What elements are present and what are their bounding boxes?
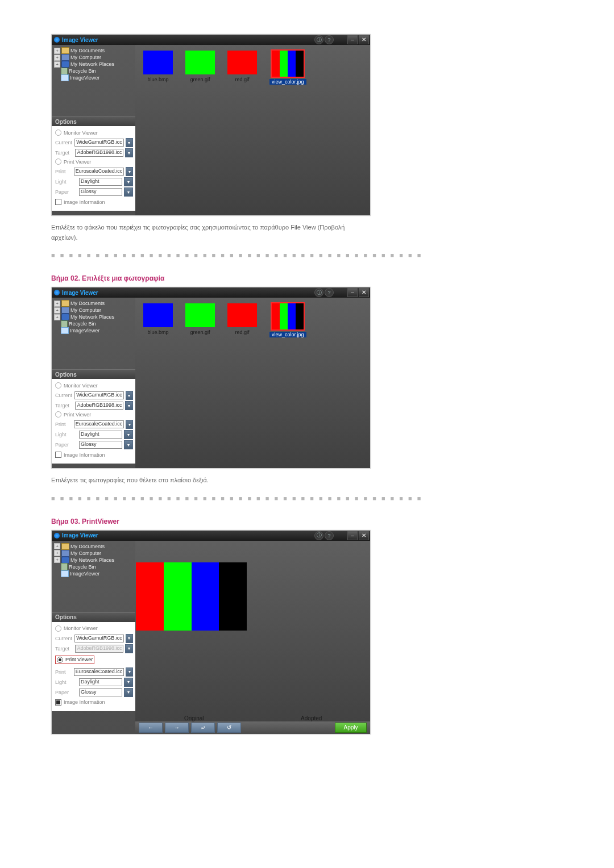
expander-icon[interactable]: + xyxy=(54,307,60,314)
tree-item-my-network-places[interactable]: My Network Places xyxy=(70,557,114,563)
checkbox-image-information[interactable] xyxy=(55,199,61,205)
thumb-blue[interactable]: blue.bmp xyxy=(143,303,173,337)
section-print-viewer: Print Viewer xyxy=(65,657,93,662)
chevron-down-icon[interactable]: ▾ xyxy=(125,401,133,410)
thumbnail-label: red.gif xyxy=(235,329,249,335)
next-button[interactable]: → xyxy=(165,723,189,733)
tree-item-recycle-bin[interactable]: Recycle Bin xyxy=(69,564,96,570)
chevron-down-icon[interactable]: ▾ xyxy=(126,391,133,400)
tree-item-my-network-places[interactable]: My Network Places xyxy=(70,314,114,320)
select-light[interactable]: Daylight xyxy=(79,678,122,686)
titlebar-info-icon[interactable]: ⓘ xyxy=(314,35,323,44)
radio-monitor-viewer[interactable] xyxy=(55,130,61,136)
app-icon xyxy=(54,290,60,295)
apply-button[interactable]: Apply xyxy=(335,723,367,733)
tree-item-image-viewer[interactable]: ImageViewer xyxy=(70,571,99,577)
bottom-toolbar: ← → ⤾ ↺ Apply xyxy=(135,721,370,734)
folder-tree[interactable]: +My Documents +My Computer +My Network P… xyxy=(52,298,135,369)
titlebar-help-icon[interactable]: ? xyxy=(325,35,334,44)
checkbox-image-information[interactable] xyxy=(55,452,61,458)
close-button[interactable]: ✕ xyxy=(359,35,369,44)
tree-item-my-computer[interactable]: My Computer xyxy=(70,307,101,313)
chevron-down-icon[interactable]: ▾ xyxy=(126,634,133,643)
expander-icon[interactable]: + xyxy=(54,550,60,556)
thumb-green[interactable]: green.gif xyxy=(185,303,215,337)
tree-item-recycle-bin[interactable]: Recycle Bin xyxy=(69,321,96,327)
thumb-green[interactable]: green.gif xyxy=(185,51,215,85)
tree-item-my-network-places[interactable]: My Network Places xyxy=(70,61,114,67)
tree-item-image-viewer[interactable]: ImageViewer xyxy=(70,75,99,81)
select-current[interactable]: WideGamutRGB.icc xyxy=(74,139,124,147)
close-button[interactable]: ✕ xyxy=(359,531,369,540)
thumb-blue[interactable]: blue.bmp xyxy=(143,51,173,85)
thumb-red[interactable]: red.gif xyxy=(227,51,257,85)
thumb-view-color[interactable]: view_color.jpg xyxy=(269,303,306,337)
select-paper[interactable]: Glossy xyxy=(79,688,122,696)
radio-print-viewer[interactable] xyxy=(55,158,61,165)
label-print: Print xyxy=(55,169,72,174)
label-target: Target xyxy=(55,150,73,156)
minimize-button[interactable]: – xyxy=(347,531,358,540)
chevron-down-icon[interactable]: ▾ xyxy=(126,167,133,176)
minimize-button[interactable]: – xyxy=(347,288,358,297)
chevron-down-icon[interactable]: ▾ xyxy=(124,678,133,687)
chevron-down-icon[interactable]: ▾ xyxy=(124,187,133,197)
titlebar-help-icon[interactable]: ? xyxy=(325,288,334,297)
radio-print-viewer[interactable] xyxy=(55,411,61,418)
radio-monitor-viewer[interactable] xyxy=(55,382,61,389)
tree-item-my-documents[interactable]: My Documents xyxy=(70,48,105,53)
expander-icon[interactable]: + xyxy=(54,48,60,54)
chevron-down-icon[interactable]: ▾ xyxy=(124,688,133,697)
select-light[interactable]: Daylight xyxy=(79,431,122,439)
tree-item-my-documents[interactable]: My Documents xyxy=(70,544,105,549)
titlebar[interactable]: Image Viewer ⓘ ? – ✕ xyxy=(52,35,370,45)
minimize-button[interactable]: – xyxy=(347,35,358,44)
prev-button[interactable]: ← xyxy=(139,723,163,733)
tree-item-my-computer[interactable]: My Computer xyxy=(70,55,101,60)
tree-item-recycle-bin[interactable]: Recycle Bin xyxy=(69,68,96,74)
close-button[interactable]: ✕ xyxy=(359,288,369,297)
titlebar-info-icon[interactable]: ⓘ xyxy=(314,531,323,540)
chevron-down-icon[interactable]: ▾ xyxy=(126,667,133,677)
tree-item-image-viewer[interactable]: ImageViewer xyxy=(70,328,99,333)
chevron-down-icon[interactable]: ▾ xyxy=(124,440,133,449)
tree-item-my-documents[interactable]: My Documents xyxy=(70,301,105,306)
thumb-view-color[interactable]: view_color.jpg xyxy=(269,51,306,85)
select-target[interactable]: AdobeRGB1998.icc xyxy=(75,402,123,410)
checkbox-image-information[interactable] xyxy=(55,699,61,706)
radio-print-viewer[interactable] xyxy=(57,657,63,663)
titlebar[interactable]: Image Viewer ⓘ ? – ✕ xyxy=(52,531,370,541)
select-paper[interactable]: Glossy xyxy=(79,441,122,449)
expander-icon[interactable]: + xyxy=(54,61,60,68)
expander-icon[interactable]: + xyxy=(54,543,60,549)
app-icon xyxy=(54,37,60,43)
titlebar-help-icon[interactable]: ? xyxy=(325,531,334,540)
select-print[interactable]: EuroscaleCoated.icc xyxy=(74,168,125,176)
select-target[interactable]: AdobeRGB1998.icc xyxy=(75,149,123,157)
radio-monitor-viewer[interactable] xyxy=(55,625,61,632)
chevron-down-icon[interactable]: ▾ xyxy=(124,430,133,439)
chevron-down-icon[interactable]: ▾ xyxy=(126,138,133,147)
preview-image-adopted xyxy=(250,553,370,715)
folder-tree[interactable]: +My Documents +My Computer +My Network P… xyxy=(52,541,135,612)
tree-item-my-computer[interactable]: My Computer xyxy=(70,550,101,556)
thumb-red[interactable]: red.gif xyxy=(227,303,257,337)
expander-icon[interactable]: + xyxy=(54,557,60,563)
select-paper[interactable]: Glossy xyxy=(79,188,122,196)
select-print[interactable]: EuroscaleCoated.icc xyxy=(74,420,125,428)
zoom-lock-button[interactable]: ⤾ xyxy=(191,723,215,733)
select-current[interactable]: WideGamutRGB.icc xyxy=(74,635,124,642)
rotate-button[interactable]: ↺ xyxy=(217,723,241,733)
expander-icon[interactable]: + xyxy=(54,55,60,61)
chevron-down-icon[interactable]: ▾ xyxy=(126,420,133,429)
select-light[interactable]: Daylight xyxy=(79,178,122,186)
select-current[interactable]: WideGamutRGB.icc xyxy=(74,391,124,399)
titlebar[interactable]: Image Viewer ⓘ ? – ✕ xyxy=(52,287,370,298)
expander-icon[interactable]: + xyxy=(54,301,60,307)
select-print[interactable]: EuroscaleCoated.icc xyxy=(74,668,125,676)
chevron-down-icon[interactable]: ▾ xyxy=(125,148,133,157)
folder-tree[interactable]: +My Documents +My Computer +My Network P… xyxy=(52,45,135,116)
expander-icon[interactable]: + xyxy=(54,314,60,320)
chevron-down-icon[interactable]: ▾ xyxy=(124,177,133,186)
titlebar-info-icon[interactable]: ⓘ xyxy=(314,288,323,297)
